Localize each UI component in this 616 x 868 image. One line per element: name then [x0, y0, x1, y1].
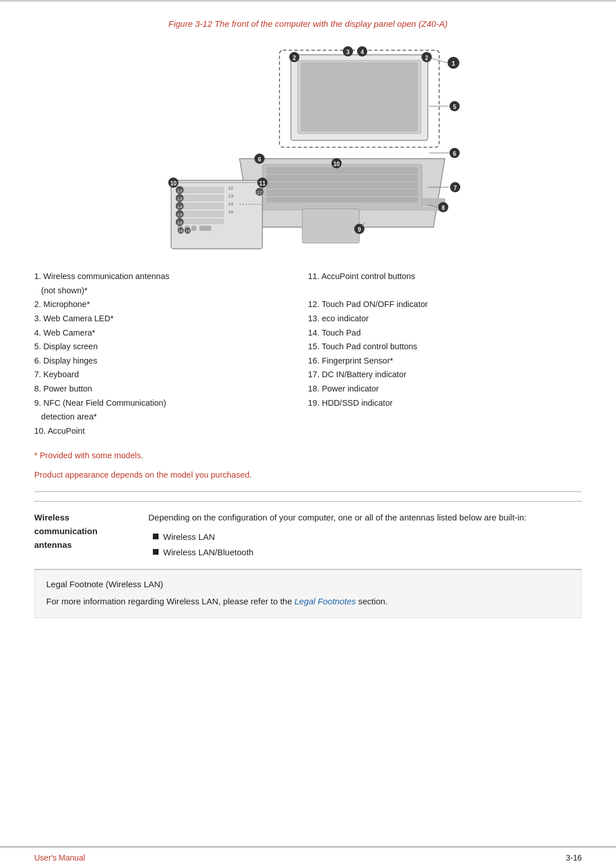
legal-text-after: section.: [356, 596, 388, 606]
svg-text:16: 16: [177, 220, 183, 225]
svg-rect-7: [267, 175, 418, 181]
part-item: 3. Web Camera LED*: [34, 312, 297, 326]
svg-rect-3: [301, 63, 418, 131]
svg-text:18: 18: [179, 229, 183, 233]
parts-list-section: 1. Wireless communication antennas (not …: [34, 269, 582, 438]
page-container: Figure 3-12 The front of the computer wi…: [0, 0, 616, 868]
part-item: detection area*: [34, 410, 297, 424]
footer-page-number: 3-16: [566, 853, 582, 862]
wireless-bullet-bluetooth: Wireless LAN/Bluetooth: [153, 544, 582, 560]
svg-text:5: 5: [453, 104, 456, 110]
parts-list-left: 1. Wireless communication antennas (not …: [34, 269, 297, 438]
svg-text:19: 19: [185, 229, 190, 233]
svg-rect-10: [267, 197, 418, 202]
wireless-bullet-list: Wireless LAN Wireless LAN/Bluetooth: [148, 529, 582, 560]
part-item: 5. Display screen: [34, 340, 297, 354]
wireless-bullet-bluetooth-text: Wireless LAN/Bluetooth: [163, 544, 253, 560]
svg-text:11: 11: [259, 180, 266, 187]
part-item: 8. Power button: [34, 382, 297, 396]
svg-text:2: 2: [425, 55, 428, 61]
legal-section: Legal Footnote (Wireless LAN) For more i…: [34, 570, 582, 618]
svg-text:6: 6: [453, 151, 456, 157]
svg-text:6: 6: [258, 156, 261, 163]
part-item: 16. Fingerprint Sensor*: [308, 354, 570, 368]
wireless-label-line1: Wireless: [34, 512, 70, 522]
svg-rect-19: [178, 219, 224, 224]
part-item: 6. Display hinges: [34, 354, 297, 368]
main-content: Figure 3-12 The front of the computer wi…: [0, 2, 616, 846]
parts-col-left: 1. Wireless communication antennas (not …: [34, 269, 308, 438]
wireless-desc: Depending on the configuration of your c…: [148, 511, 582, 524]
legal-title: Legal Footnote (Wireless LAN): [46, 579, 570, 589]
wireless-label: Wireless communication antennas: [34, 511, 148, 552]
part-item: 2. Microphone*: [34, 297, 297, 312]
svg-rect-17: [178, 203, 224, 209]
figure-caption: Figure 3-12 The front of the computer wi…: [34, 19, 582, 29]
divider-1: [34, 491, 582, 492]
svg-text:7: 7: [453, 185, 457, 191]
parts-col-right: 11. AccuPoint control buttons 12. Touch …: [308, 269, 582, 438]
svg-rect-18: [178, 211, 224, 217]
svg-text:14: 14: [228, 201, 233, 207]
svg-rect-8: [267, 183, 418, 188]
svg-text:12: 12: [228, 185, 233, 191]
svg-rect-6: [267, 168, 418, 173]
wireless-label-line2: communication: [34, 526, 98, 536]
wireless-bullet-lan: Wireless LAN: [153, 529, 582, 544]
note-provided: * Provided with some models.: [34, 449, 582, 463]
svg-text:4: 4: [360, 49, 364, 55]
part-item: 14. Touch Pad: [308, 326, 570, 340]
part-item: 15. Touch Pad control buttons: [308, 340, 570, 354]
svg-text:1: 1: [452, 60, 455, 67]
part-item: 10. AccuPoint: [34, 424, 297, 438]
svg-text:2: 2: [293, 55, 296, 61]
svg-rect-23: [200, 226, 211, 231]
bullet-square-icon: [153, 534, 159, 539]
svg-text:15: 15: [228, 209, 233, 215]
legal-link[interactable]: Legal Footnotes: [294, 596, 356, 606]
part-item: 9. NFC (Near Field Communication): [34, 396, 297, 410]
svg-text:12: 12: [177, 188, 183, 193]
part-item: 17. DC IN/Battery indicator: [308, 368, 570, 382]
svg-text:10: 10: [170, 180, 177, 187]
part-item: 18. Power indicator: [308, 382, 570, 396]
legal-text-before: For more information regarding Wireless …: [46, 596, 294, 606]
footer-manual-label: User's Manual: [34, 853, 85, 862]
parts-list-right: 11. AccuPoint control buttons 12. Touch …: [308, 269, 570, 410]
part-item: [308, 284, 570, 298]
svg-text:15: 15: [177, 212, 183, 217]
part-item: 11. AccuPoint control buttons: [308, 269, 570, 284]
page-footer: User's Manual 3-16: [0, 846, 616, 868]
wireless-bullet-lan-text: Wireless LAN: [163, 529, 215, 544]
wireless-section: Wireless communication antennas Dependin…: [34, 501, 582, 570]
part-item: (not shown)*: [34, 284, 297, 298]
svg-rect-15: [178, 187, 224, 193]
wireless-label-line3: antennas: [34, 540, 72, 550]
svg-rect-16: [178, 195, 224, 201]
svg-rect-9: [267, 190, 418, 196]
note-appearance: Product appearance depends on the model …: [34, 468, 582, 482]
svg-text:13: 13: [228, 193, 233, 199]
part-item: 4. Web Camera*: [34, 326, 297, 340]
svg-text:13: 13: [177, 196, 183, 201]
part-item: 1. Wireless communication antennas: [34, 269, 297, 284]
svg-text:14: 14: [177, 204, 183, 209]
svg-text:8: 8: [441, 205, 445, 211]
svg-text:10: 10: [333, 161, 340, 167]
laptop-figure: 1 2 2 3 4 5 6: [34, 39, 582, 256]
part-item: 7. Keyboard: [34, 368, 297, 382]
svg-text:3: 3: [346, 49, 350, 55]
legal-text: For more information regarding Wireless …: [46, 595, 570, 608]
bullet-square-icon: [153, 549, 159, 555]
wireless-content: Depending on the configuration of your c…: [148, 511, 582, 560]
part-item: 19. HDD/SSD indicator: [308, 396, 570, 410]
svg-rect-22: [192, 226, 196, 231]
part-item: 12. Touch Pad ON/OFF indicator: [308, 297, 570, 312]
laptop-diagram: 1 2 2 3 4 5 6: [114, 39, 502, 256]
part-item: 13. eco indicator: [308, 312, 570, 326]
svg-rect-11: [302, 209, 359, 243]
svg-text:17: 17: [257, 190, 262, 195]
